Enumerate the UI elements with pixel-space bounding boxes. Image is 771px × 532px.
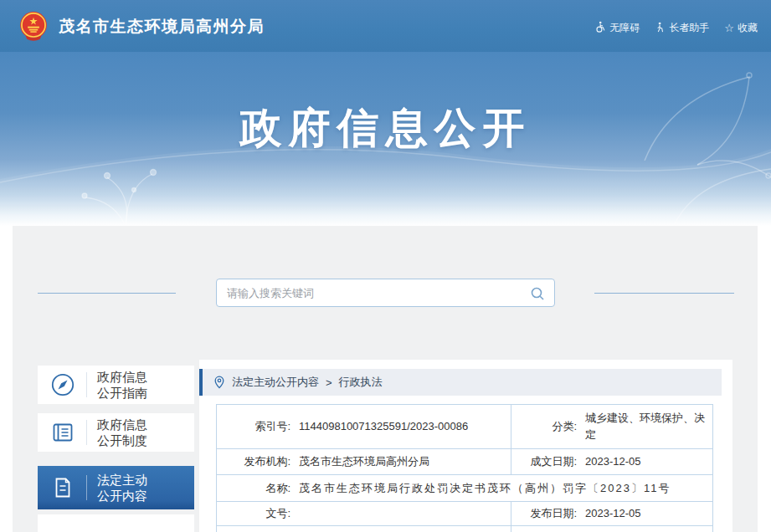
divider — [86, 420, 87, 445]
table-row: 索引号: 114409810071325591/2023-00086 分类: 城… — [217, 405, 713, 449]
document-name-label: 名称: — [224, 481, 290, 496]
location-pin-icon — [213, 376, 225, 389]
table-row: 名称: 茂名市生态环境局行政处罚决定书茂环（高州）罚字〔2023〕11号 — [217, 475, 713, 502]
category-value: 城乡建设、环境保护、决定 — [585, 410, 706, 443]
accessibility-icon — [594, 21, 606, 35]
site-title: 茂名市生态环境局高州分局 — [59, 16, 265, 38]
document-detail-table: 索引号: 114409810071325591/2023-00086 分类: 城… — [216, 404, 713, 532]
accessibility-link[interactable]: 无障碍 — [594, 21, 640, 35]
book-icon — [50, 420, 75, 445]
search-icon[interactable] — [530, 286, 545, 301]
elder-helper-icon — [655, 22, 666, 35]
favorite-link[interactable]: ☆ 收藏 — [724, 21, 758, 35]
star-icon: ☆ — [724, 23, 734, 33]
sidebar-item-label: 政府信息 公开指南 — [97, 369, 147, 401]
divider — [86, 475, 87, 500]
document-icon — [50, 475, 75, 500]
banner-title: 政府信息公开 — [0, 52, 771, 156]
search-divider-left — [38, 293, 176, 294]
divider — [86, 372, 87, 397]
main-panel: 法定主动公开内容 > 行政执法 索引号: 114409810071325591/… — [199, 360, 732, 532]
breadcrumb-current: 行政执法 — [339, 375, 383, 390]
index-number-value: 114409810071325591/2023-00086 — [299, 418, 504, 435]
table-row-partial — [217, 526, 713, 532]
document-name-value: 茂名市生态环境局行政处罚决定书茂环（高州）罚字〔2023〕11号 — [299, 480, 706, 497]
index-number-label: 索引号: — [224, 419, 290, 434]
header-links: 无障碍 长者助手 ☆ 收藏 — [594, 21, 758, 35]
elder-helper-link[interactable]: 长者助手 — [655, 21, 709, 35]
search-box — [216, 279, 555, 307]
page: 茂名市生态环境局高州分局 无障碍 — [0, 0, 771, 532]
breadcrumb-separator: > — [326, 376, 332, 389]
sidebar-item-guide[interactable]: 政府信息 公开指南 — [38, 366, 194, 404]
search-input[interactable] — [217, 279, 554, 306]
banner: 政府信息公开 — [0, 52, 771, 226]
sidebar-item-next-partial[interactable] — [38, 514, 194, 532]
compass-icon — [50, 372, 75, 397]
sidebar-item-statutory-disclosure[interactable]: 法定主动 公开内容 — [38, 466, 194, 509]
written-date-label: 成文日期: — [518, 454, 577, 469]
table-row: 发布机构: 茂名市生态环境局高州分局 成文日期: 2023-12-05 — [217, 449, 713, 475]
breadcrumb: 法定主动公开内容 > 行政执法 — [199, 369, 722, 396]
national-emblem-icon — [18, 10, 49, 42]
search-divider-right — [594, 293, 734, 294]
category-label: 分类: — [518, 419, 577, 434]
issuing-agency-value: 茂名市生态环境局高州分局 — [299, 453, 504, 470]
table-row: 文号: 发布日期: 2023-12-05 — [217, 502, 713, 526]
accessibility-label: 无障碍 — [609, 21, 640, 35]
sidebar-item-system[interactable]: 政府信息 公开制度 — [38, 413, 194, 452]
written-date-value: 2023-12-05 — [585, 453, 706, 470]
top-header-bar: 茂名市生态环境局高州分局 无障碍 — [0, 0, 771, 52]
favorite-label: 收藏 — [738, 21, 758, 35]
publish-date-value: 2023-12-05 — [585, 505, 706, 522]
elder-helper-label: 长者助手 — [669, 21, 709, 35]
publish-date-label: 发布日期: — [518, 506, 577, 521]
document-number-label: 文号: — [224, 506, 290, 521]
breadcrumb-parent[interactable]: 法定主动公开内容 — [232, 375, 319, 390]
sidebar-item-label: 法定主动 公开内容 — [97, 472, 147, 504]
sidebar-item-label: 政府信息 公开制度 — [97, 417, 147, 448]
issuing-agency-label: 发布机构: — [224, 454, 290, 469]
